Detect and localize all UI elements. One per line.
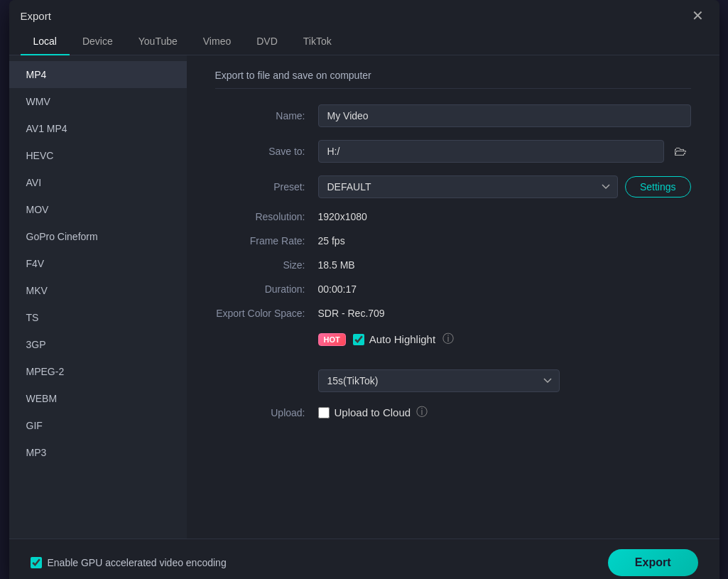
resolution-value: 1920x1080 bbox=[318, 211, 367, 222]
preset-field-wrapper: DEFAULT Custom Settings bbox=[318, 175, 691, 198]
format-mp4[interactable]: MP4 bbox=[9, 61, 187, 88]
dialog-title: Export bbox=[21, 10, 51, 22]
format-mkv[interactable]: MKV bbox=[9, 277, 187, 304]
auto-highlight-controls: HOT Auto Highlight ⓘ bbox=[318, 332, 455, 347]
format-sidebar: MP4 WMV AV1 MP4 HEVC AVI MOV GoPro Cinef… bbox=[9, 55, 187, 539]
footer: Enable GPU accelerated video encoding Ex… bbox=[9, 539, 719, 579]
upload-cloud-text: Upload to Cloud bbox=[335, 406, 411, 418]
save-to-input[interactable] bbox=[318, 140, 664, 163]
tab-youtube[interactable]: YouTube bbox=[126, 30, 190, 55]
auto-highlight-text: Auto Highlight bbox=[369, 333, 435, 345]
folder-browse-button[interactable]: 🗁 bbox=[670, 141, 691, 162]
format-av1mp4[interactable]: AV1 MP4 bbox=[9, 115, 187, 142]
format-avi[interactable]: AVI bbox=[9, 169, 187, 196]
format-mp3[interactable]: MP3 bbox=[9, 439, 187, 466]
tab-dvd[interactable]: DVD bbox=[244, 30, 290, 55]
gpu-label: Enable GPU accelerated video encoding bbox=[48, 557, 227, 568]
gpu-row: Enable GPU accelerated video encoding bbox=[31, 557, 227, 568]
hot-badge: HOT bbox=[318, 333, 346, 346]
size-row: Size: 18.5 MB bbox=[215, 259, 691, 271]
save-to-row: Save to: 🗁 bbox=[215, 140, 691, 163]
duration-value: 00:00:17 bbox=[318, 283, 357, 295]
frame-rate-value: 25 fps bbox=[318, 235, 345, 247]
auto-highlight-row: HOT Auto Highlight ⓘ bbox=[215, 332, 691, 357]
frame-rate-label: Frame Rate: bbox=[215, 235, 318, 247]
name-row: Name: bbox=[215, 104, 691, 127]
upload-cloud-checkbox[interactable] bbox=[318, 407, 330, 418]
save-to-field-wrapper: 🗁 bbox=[318, 140, 691, 163]
color-space-value: SDR - Rec.709 bbox=[318, 308, 385, 319]
format-ts[interactable]: TS bbox=[9, 304, 187, 331]
format-wmv[interactable]: WMV bbox=[9, 88, 187, 115]
duration-label: Duration: bbox=[215, 283, 318, 295]
color-space-row: Export Color Space: SDR - Rec.709 bbox=[215, 308, 691, 319]
tabs-bar: Local Device YouTube Vimeo DVD TikTok bbox=[9, 30, 719, 55]
name-label: Name: bbox=[215, 110, 318, 121]
preset-label: Preset: bbox=[215, 181, 318, 193]
export-button[interactable]: Export bbox=[608, 549, 698, 576]
tab-device[interactable]: Device bbox=[70, 30, 126, 55]
name-field-wrapper bbox=[318, 104, 691, 127]
upload-cloud-help-icon[interactable]: ⓘ bbox=[416, 405, 428, 420]
auto-highlight-checkbox[interactable] bbox=[353, 334, 364, 345]
duration-row: Duration: 00:00:17 bbox=[215, 283, 691, 295]
format-f4v[interactable]: F4V bbox=[9, 250, 187, 277]
format-gopro[interactable]: GoPro Cineform bbox=[9, 223, 187, 250]
format-webm[interactable]: WEBM bbox=[9, 385, 187, 412]
tiktok-duration-row: 15s(TikTok) 30s(TikTok) 60s(TikTok) bbox=[215, 369, 691, 392]
format-gif[interactable]: GIF bbox=[9, 412, 187, 439]
preset-row: Preset: DEFAULT Custom Settings bbox=[215, 175, 691, 198]
close-button[interactable]: ✕ bbox=[688, 7, 708, 24]
format-mov[interactable]: MOV bbox=[9, 196, 187, 223]
tab-vimeo[interactable]: Vimeo bbox=[190, 30, 244, 55]
auto-highlight-help-icon[interactable]: ⓘ bbox=[442, 332, 454, 347]
main-panel: Export to file and save on computer Name… bbox=[187, 55, 719, 539]
size-value: 18.5 MB bbox=[318, 259, 355, 271]
resolution-label: Resolution: bbox=[215, 211, 318, 222]
title-bar: Export ✕ bbox=[9, 0, 719, 30]
upload-row: Upload: Upload to Cloud ⓘ bbox=[215, 405, 691, 420]
resolution-row: Resolution: 1920x1080 bbox=[215, 211, 691, 222]
upload-label: Upload: bbox=[215, 407, 318, 418]
tiktok-duration-select[interactable]: 15s(TikTok) 30s(TikTok) 60s(TikTok) bbox=[318, 369, 560, 392]
tab-tiktok[interactable]: TikTok bbox=[290, 30, 344, 55]
format-hevc[interactable]: HEVC bbox=[9, 142, 187, 169]
save-to-label: Save to: bbox=[215, 146, 318, 157]
gpu-checkbox[interactable] bbox=[31, 557, 42, 568]
size-label: Size: bbox=[215, 259, 318, 271]
preset-select[interactable]: DEFAULT Custom bbox=[318, 175, 618, 198]
export-dialog: Export ✕ Local Device YouTube Vimeo DVD … bbox=[9, 0, 719, 579]
tab-local[interactable]: Local bbox=[21, 30, 70, 55]
format-mpeg2[interactable]: MPEG-2 bbox=[9, 358, 187, 385]
section-title: Export to file and save on computer bbox=[215, 70, 691, 89]
name-input[interactable] bbox=[318, 104, 691, 127]
content-area: MP4 WMV AV1 MP4 HEVC AVI MOV GoPro Cinef… bbox=[9, 55, 719, 539]
auto-highlight-label[interactable]: Auto Highlight bbox=[353, 333, 435, 345]
settings-button[interactable]: Settings bbox=[625, 176, 691, 197]
format-3gp[interactable]: 3GP bbox=[9, 331, 187, 358]
upload-cloud-label[interactable]: Upload to Cloud bbox=[318, 406, 411, 418]
frame-rate-row: Frame Rate: 25 fps bbox=[215, 235, 691, 247]
upload-controls: Upload to Cloud ⓘ bbox=[318, 405, 428, 420]
color-space-label: Export Color Space: bbox=[215, 308, 318, 319]
